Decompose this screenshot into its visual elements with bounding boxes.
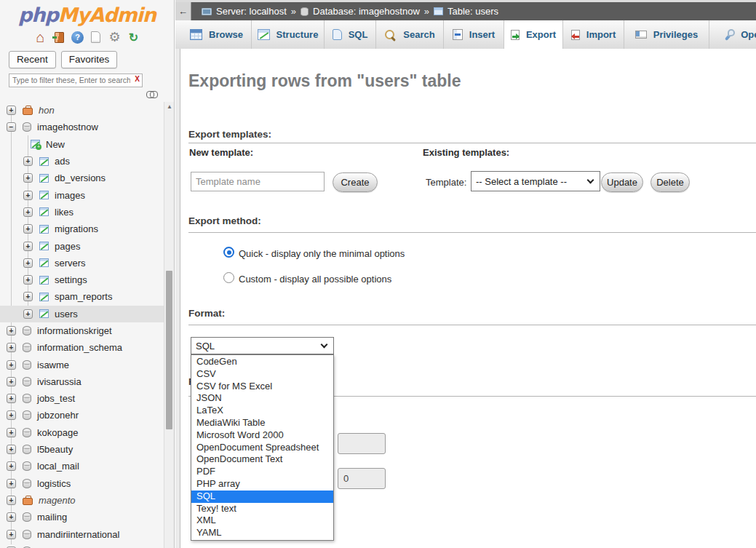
template-name-input[interactable]: [191, 172, 325, 191]
expand-icon[interactable]: +: [7, 360, 16, 370]
favorites-button[interactable]: Favorites: [61, 51, 118, 68]
expand-icon[interactable]: +: [23, 156, 33, 166]
sidebar-scrollbar[interactable]: [164, 102, 174, 548]
expand-icon[interactable]: +: [23, 242, 33, 251]
template-select[interactable]: -- Select a template --: [471, 171, 600, 191]
tab-browse[interactable]: Browse: [182, 20, 252, 49]
tree-item-hon[interactable]: +hon: [0, 102, 164, 119]
quick-export-radio[interactable]: [223, 247, 234, 258]
tree-label[interactable]: jobs_test: [37, 393, 75, 404]
tree-label[interactable]: likes: [55, 207, 73, 218]
format-option[interactable]: CodeGen: [191, 356, 333, 368]
home-icon[interactable]: [33, 31, 47, 44]
tree-item-db-versions[interactable]: +db_versions: [0, 170, 164, 186]
tree-label[interactable]: isawme: [37, 360, 69, 370]
tree-item-isawme[interactable]: +isawme: [0, 356, 164, 373]
custom-export-label[interactable]: Custom - display all possible options: [239, 274, 391, 285]
number-of-rows-input[interactable]: [338, 433, 386, 454]
tree-item-pages[interactable]: +pages: [0, 237, 164, 254]
tree-label[interactable]: l5beauty: [37, 444, 73, 455]
format-option[interactable]: LaTeX: [191, 405, 333, 417]
collapse-icon[interactable]: −: [7, 122, 16, 132]
delete-template-button[interactable]: Delete: [650, 172, 690, 192]
logout-icon[interactable]: [52, 31, 66, 44]
format-option[interactable]: PHP array: [191, 478, 333, 491]
quick-export-label[interactable]: Quick - display only the minimal options: [239, 248, 405, 259]
expand-icon[interactable]: +: [7, 410, 16, 420]
tree-item-images[interactable]: +images: [0, 186, 164, 203]
expand-icon[interactable]: +: [7, 428, 16, 437]
refresh-icon[interactable]: [127, 31, 140, 44]
expand-icon[interactable]: +: [23, 309, 33, 319]
tab-export-active[interactable]: Export: [504, 20, 563, 49]
tree-item-informationskriget[interactable]: +informationskriget: [0, 322, 164, 339]
tree-label[interactable]: mailing: [37, 512, 67, 523]
breadcrumb-database[interactable]: Database: imagehostnow: [313, 6, 420, 17]
custom-export-radio[interactable]: [223, 272, 234, 283]
breadcrumb-server[interactable]: Server: localhost: [216, 6, 287, 17]
tree-label[interactable]: New: [46, 139, 65, 150]
format-select[interactable]: SQL: [191, 337, 334, 354]
expand-icon[interactable]: +: [7, 445, 16, 454]
expand-icon[interactable]: +: [7, 461, 16, 471]
row-begin-input[interactable]: [338, 468, 386, 489]
format-option[interactable]: YAML: [191, 527, 333, 539]
expand-icon[interactable]: +: [7, 106, 16, 115]
format-option[interactable]: MediaWiki Table: [191, 417, 333, 429]
format-option[interactable]: CSV for MS Excel: [191, 381, 333, 393]
recent-button[interactable]: Recent: [9, 51, 56, 68]
tab-operations[interactable]: Operations: [709, 20, 756, 49]
expand-icon[interactable]: +: [7, 479, 16, 488]
tree-item-l5beauty[interactable]: +l5beauty: [0, 441, 164, 458]
format-option-selected[interactable]: SQL: [191, 491, 333, 503]
tab-privileges[interactable]: Privileges: [624, 20, 709, 49]
tree-item-ads[interactable]: +ads: [0, 153, 164, 170]
tree-label[interactable]: pages: [55, 241, 80, 252]
expand-icon[interactable]: +: [23, 207, 33, 217]
expand-icon[interactable]: +: [23, 224, 33, 234]
tree-label[interactable]: local_mail: [37, 461, 79, 472]
tree-item-information-schema[interactable]: +information_schema: [0, 339, 164, 356]
phpmyadmin-logo[interactable]: phpMyAdmin: [0, 0, 174, 26]
tab-sql[interactable]: SQL: [325, 20, 376, 49]
expand-icon[interactable]: +: [23, 292, 33, 301]
format-option[interactable]: JSON: [191, 392, 333, 405]
tree-item-new-table[interactable]: New: [0, 136, 164, 153]
format-option[interactable]: Texy! text: [191, 503, 333, 515]
tree-item-likes[interactable]: +likes: [0, 204, 164, 221]
tree-item-mas[interactable]: +mas1605208531937: [0, 543, 164, 548]
update-template-button[interactable]: Update: [601, 172, 643, 192]
tree-item-ivisarussia[interactable]: +ivisarussia: [0, 373, 164, 390]
tree-label[interactable]: users: [55, 309, 78, 319]
tree-label[interactable]: magento: [39, 495, 76, 506]
tree-label[interactable]: ads: [55, 156, 70, 167]
scrollbar-thumb[interactable]: [166, 271, 172, 429]
create-template-button[interactable]: Create: [333, 172, 378, 192]
panel-splitter[interactable]: [175, 49, 180, 548]
tree-label[interactable]: hon: [39, 105, 55, 116]
tree-label[interactable]: images: [55, 190, 85, 201]
expand-icon[interactable]: +: [7, 377, 16, 386]
format-option[interactable]: OpenDocument Text: [191, 453, 333, 466]
tree-item-mandiriinternational[interactable]: +mandiriinternational: [0, 525, 164, 542]
tree-label[interactable]: servers: [55, 258, 86, 269]
tab-structure[interactable]: Structure: [252, 20, 325, 49]
expand-icon[interactable]: +: [23, 258, 33, 268]
tree-item-logistics[interactable]: +logistics: [0, 475, 164, 492]
breadcrumb-table[interactable]: Table: users: [447, 6, 498, 17]
tree-label[interactable]: ivisarussia: [37, 376, 81, 387]
tree-item-local-mail[interactable]: +local_mail: [0, 458, 164, 474]
tree-item-mailing[interactable]: +mailing: [0, 509, 164, 525]
tree-item-migrations[interactable]: +migrations: [0, 221, 164, 237]
expand-icon[interactable]: +: [7, 343, 16, 352]
expand-icon[interactable]: +: [7, 326, 16, 335]
clear-filter-icon[interactable]: X: [135, 75, 140, 83]
expand-icon[interactable]: +: [7, 530, 16, 539]
tree-label[interactable]: spam_reports: [55, 291, 112, 302]
tree-filter-input[interactable]: [9, 74, 143, 87]
format-option[interactable]: Microsoft Word 2000: [191, 429, 333, 442]
expand-icon[interactable]: +: [7, 394, 16, 403]
expand-icon[interactable]: +: [7, 496, 16, 505]
expand-icon[interactable]: +: [23, 275, 33, 285]
tree-item-users-selected[interactable]: +users: [0, 306, 164, 322]
